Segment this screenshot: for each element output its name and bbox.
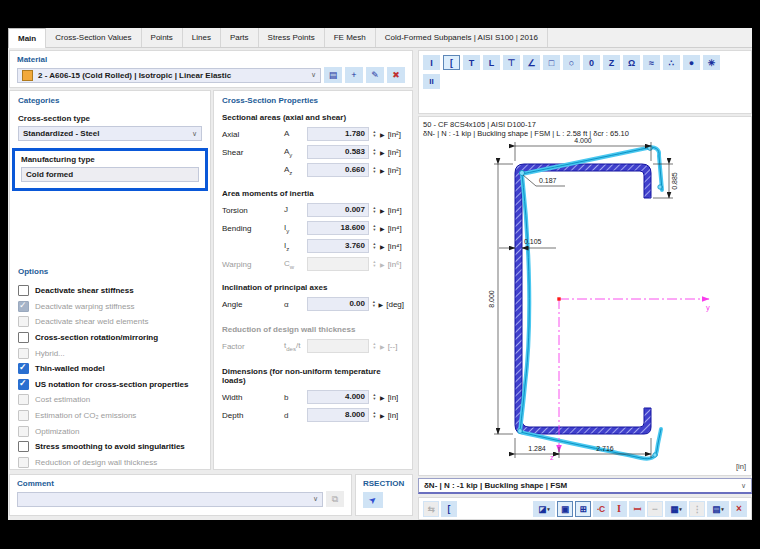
value-field[interactable]: 0.660	[307, 163, 369, 177]
section-type-toolbar: I [ T L ⊤ ∠ □ ○ 0 Z Ω ≈ ∴ ● ✳ II	[418, 50, 752, 114]
t-section-button[interactable]: T	[463, 55, 480, 70]
expand-arrow-icon[interactable]: ▶	[380, 225, 385, 232]
i-section-button[interactable]: I	[423, 55, 440, 70]
option-us-notation[interactable]: ✓US notation for cross-section propertie…	[18, 377, 202, 393]
tab-cold-formed-subpanels[interactable]: Cold-Formed Subpanels | AISI S100 | 2016	[376, 28, 548, 47]
cross-section-type-combobox[interactable]: Standardized - Steel ∨	[18, 126, 202, 141]
delete-material-button[interactable]: ✖	[387, 67, 405, 83]
value-field[interactable]: 0.00	[307, 297, 369, 311]
property-symbol: tdes/t	[284, 341, 307, 352]
comment-combobox[interactable]: ∨	[17, 492, 323, 507]
spinner[interactable]: ▴▾	[371, 411, 378, 419]
tab-stress-points[interactable]: Stress Points	[259, 28, 325, 47]
c-profile-button[interactable]: [	[441, 501, 457, 517]
tab-points[interactable]: Points	[142, 28, 183, 47]
value-field[interactable]: 0.583	[307, 145, 369, 159]
show-section-button[interactable]: ▣	[557, 501, 573, 517]
value-field[interactable]: 4.000	[307, 390, 369, 404]
close-zoom-button[interactable]: ×	[731, 501, 747, 517]
copy-comment-button[interactable]: ⧉	[326, 491, 344, 507]
option-cross-section-rotation[interactable]: ✓Cross-section rotation/mirroring	[18, 330, 202, 346]
render-mode-button[interactable]: ◪▾	[533, 501, 555, 517]
checkbox-icon[interactable]: ✓	[18, 332, 29, 343]
value-field[interactable]: 3.760	[307, 239, 369, 253]
tab-parts[interactable]: Parts	[221, 28, 259, 47]
expand-arrow-icon[interactable]: ▶	[380, 394, 385, 401]
pipe-section-button[interactable]: 0	[583, 55, 600, 70]
rsection-export-button[interactable]: ➤	[363, 492, 383, 508]
caret-down-icon: ▾	[679, 506, 682, 512]
option-deactivate-shear-stiffness[interactable]: ✓Deactivate shear stiffness	[18, 283, 202, 299]
tab-main[interactable]: Main	[8, 28, 46, 48]
expand-arrow-icon[interactable]: ▶	[380, 167, 385, 174]
expand-arrow-icon[interactable]: ▶	[379, 301, 384, 308]
double-i-section-button[interactable]: II	[423, 74, 440, 89]
corrugated-section-button[interactable]: ≈	[643, 55, 660, 70]
c-section-button[interactable]: [	[443, 55, 460, 70]
drawing-unit-label: [in]	[736, 462, 746, 471]
spinner[interactable]: ▴▾	[371, 206, 378, 214]
expand-arrow-icon[interactable]: ▶	[380, 131, 385, 138]
new-material-icon: +	[351, 70, 356, 80]
option-deactivate-warping-stiffness: ✓Deactivate warping stiffness	[18, 299, 202, 315]
z-section-button[interactable]: Z	[603, 55, 620, 70]
value-field[interactable]: 1.780	[307, 127, 369, 141]
l-section-button[interactable]: L	[483, 55, 500, 70]
property-row-angle: Angle α 0.00 ▴▾ ▶ [deg]	[222, 295, 404, 313]
spinner[interactable]: ▴▾	[371, 300, 377, 308]
tab-lines[interactable]: Lines	[183, 28, 221, 47]
property-row-warping: Warping Cw ▴▾ ▶ [in⁶]	[222, 255, 404, 273]
manufacturing-type-combobox[interactable]: Cold formed	[21, 167, 199, 182]
table-icon: ▦	[670, 504, 678, 514]
property-row-depth: Depth d 8.000 ▴▾ ▶ [in]	[222, 406, 404, 424]
show-effective-parts-button[interactable]: ⊞	[575, 501, 591, 517]
show-stress-points-button[interactable]: ∙C	[593, 501, 609, 517]
spinner[interactable]: ▴▾	[371, 224, 378, 232]
material-library-button[interactable]: ▤	[324, 67, 342, 83]
option-stress-smoothing[interactable]: ✓Stress smoothing to avoid singularities	[18, 439, 202, 455]
expand-arrow-icon[interactable]: ▶	[380, 243, 385, 250]
print-button[interactable]: ▤▾	[707, 501, 729, 517]
point-section-button[interactable]: ∴	[663, 55, 680, 70]
spinner[interactable]: ▴▾	[371, 393, 378, 401]
option-label: Deactivate shear weld elements	[35, 317, 148, 326]
angle-section-button[interactable]: ∠	[523, 55, 540, 70]
new-material-button[interactable]: +	[345, 67, 363, 83]
property-row-width: Width b 4.000 ▴▾ ▶ [in]	[222, 388, 404, 406]
spinner[interactable]: ▴▾	[371, 242, 378, 250]
omega-section-button[interactable]: Ω	[623, 55, 640, 70]
spinner[interactable]: ▴▾	[371, 166, 378, 174]
checkbox-icon[interactable]: ✓	[18, 441, 29, 452]
option-thin-walled-model[interactable]: ✓Thin-walled model	[18, 361, 202, 377]
round-section-button[interactable]: ○	[563, 55, 580, 70]
expand-arrow-icon[interactable]: ▶	[380, 412, 385, 419]
spinner[interactable]: ▴▾	[371, 130, 378, 138]
value-field[interactable]: 18.600	[307, 221, 369, 235]
checkbox-icon[interactable]: ✓	[18, 363, 29, 374]
material-combobox[interactable]: 2 - A606-15 (Cold Rolled) | Isotropic | …	[17, 68, 321, 83]
value-field[interactable]: 8.000	[307, 408, 369, 422]
unit-label: [in²]	[388, 166, 401, 175]
value-field[interactable]: 0.007	[307, 203, 369, 217]
hat-section-button[interactable]: ⊤	[503, 55, 520, 70]
star-section-button[interactable]: ✳	[703, 55, 720, 70]
checkbox-icon[interactable]: ✓	[18, 379, 29, 390]
expand-arrow-icon[interactable]: ▶	[380, 207, 385, 214]
tab-cross-section-values[interactable]: Cross-Section Values	[46, 28, 141, 47]
property-label: Factor	[222, 342, 284, 351]
delete-material-icon: ✖	[392, 70, 400, 80]
show-table-button[interactable]: ▦▾	[665, 501, 687, 517]
result-combobox[interactable]: δN- | N : -1 kip | Buckling shape | FSM …	[418, 478, 752, 494]
edit-material-button[interactable]: ✎	[366, 67, 384, 83]
box-section-button[interactable]: □	[543, 55, 560, 70]
property-label: Warping	[222, 260, 284, 269]
show-dimensions-button[interactable]: I	[611, 501, 627, 517]
expand-arrow-icon[interactable]: ▶	[380, 149, 385, 156]
show-axes-button[interactable]: I	[629, 501, 645, 517]
checkbox-icon[interactable]: ✓	[18, 285, 29, 296]
solid-round-section-button[interactable]: ●	[683, 55, 700, 70]
tab-fe-mesh[interactable]: FE Mesh	[325, 28, 376, 47]
rsection-panel: RSECTION ➤	[355, 474, 413, 516]
spinner[interactable]: ▴▾	[371, 148, 378, 156]
drawing-subtitle: δN- | N : -1 kip | Buckling shape | FSM …	[423, 129, 629, 138]
